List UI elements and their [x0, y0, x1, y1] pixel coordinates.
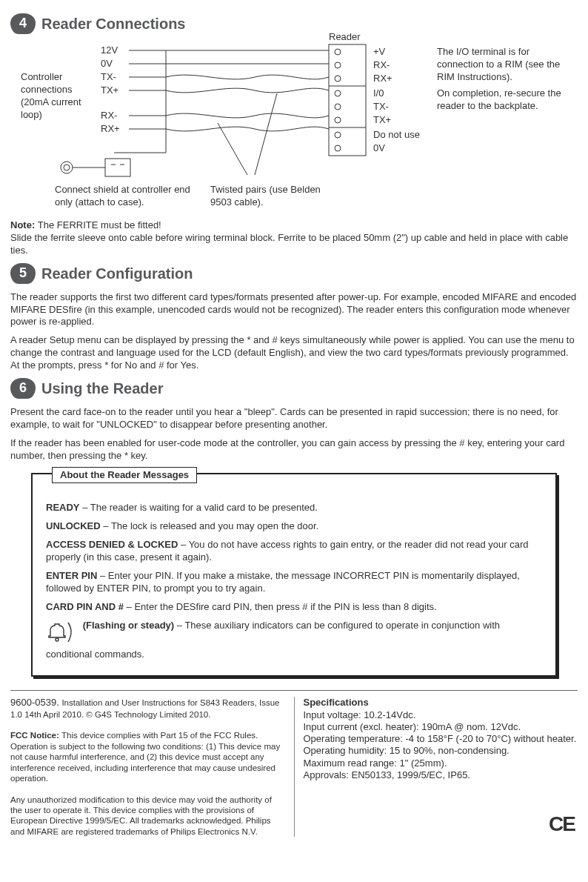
s5-p1: The reader supports the first two differ… — [10, 291, 578, 329]
msg-flash: (Flashing or steady) – These auxiliary i… — [46, 620, 542, 661]
controller-label: Controller connections (20mA current loo… — [21, 71, 102, 122]
svg-point-21 — [335, 104, 341, 110]
io-note: The I/O terminal is for connection to a … — [437, 46, 578, 84]
twist-note: Twisted pairs (use Belden 9503 cable). — [210, 184, 329, 209]
msg-unlocked-t: – The lock is released and you may open … — [101, 520, 319, 531]
svg-line-25 — [218, 123, 247, 175]
msg-card-b: CARD PIN AND # — [46, 601, 124, 612]
svg-rect-11 — [105, 159, 130, 176]
footer-specs: Specifications Input voltage: 10.2-14Vdc… — [294, 697, 578, 837]
spec-2: Operating temperature: -4 to 158°F (-20 … — [304, 733, 577, 744]
rpin-rxp: RX+ — [373, 73, 392, 85]
doc-number: 9600-0539. — [10, 697, 61, 708]
svg-point-20 — [335, 90, 341, 96]
section-4-number: 4 — [10, 13, 36, 34]
svg-point-19 — [335, 76, 341, 82]
svg-point-8 — [61, 162, 73, 173]
section-4-title: Reader Connections — [41, 14, 578, 33]
rpin-v: +V — [373, 46, 385, 59]
footer-left: 9600-0539. Installation and User Instruc… — [10, 697, 285, 837]
msg-pin-t: – Enter your PIN. If you make a mistake,… — [46, 570, 520, 594]
msg-denied-b: ACCESS DENIED & LOCKED — [46, 539, 178, 550]
messages-box: About the Reader Messages READY – The re… — [31, 473, 557, 677]
spec-1: Input current (excl. heater): 190mA @ no… — [304, 721, 521, 732]
rpin-0v: 0V — [373, 142, 385, 155]
footer-divider — [10, 690, 578, 691]
spec-3: Operating humidity: 15 to 90%, non-conde… — [304, 745, 510, 756]
rpin-nouse: Do not use — [373, 129, 420, 142]
msg-card-t: – Enter the DESfire card PIN, then press… — [124, 601, 437, 612]
note-lead: Note: — [10, 219, 38, 231]
connection-diagram: 12V 0V TX- TX+ RX- RX+ Controller connec… — [10, 42, 578, 212]
rpin-io: I/0 — [373, 87, 384, 100]
s6-p1: Present the card face-on to the reader u… — [10, 406, 578, 431]
pin-rxm: RX- — [101, 110, 117, 122]
reader-label: Reader — [329, 31, 361, 44]
msg-ready-b: READY — [46, 502, 80, 513]
s6-p2: If the reader has been enabled for user-… — [10, 437, 578, 462]
note-bold: The FERRITE must be fitted! — [38, 219, 161, 231]
pin-txp: TX+ — [101, 84, 118, 97]
msg-ready: READY – The reader is waiting for a vali… — [46, 502, 542, 514]
ferrite-note: Note: The FERRITE must be fitted! Slide … — [10, 219, 578, 257]
fcc-b: FCC Notice: — [10, 731, 61, 740]
rpin-txm: TX- — [373, 101, 389, 113]
spec-0: Input voltage: 10.2-14Vdc. — [304, 709, 416, 720]
rpin-txp: TX+ — [373, 114, 391, 127]
msg-card: CARD PIN AND # – Enter the DESfire card … — [46, 601, 542, 614]
spec-5: Approvals: EN50133, 1999/5/EC, IP65. — [304, 769, 470, 780]
pin-rxp: RX+ — [101, 123, 120, 136]
section-6-title: Using the Reader — [41, 379, 578, 398]
msg-ready-t: – The reader is waiting for a valid card… — [80, 502, 318, 513]
svg-point-17 — [335, 49, 341, 55]
note-body: Slide the ferrite sleeve onto cable befo… — [10, 232, 568, 256]
svg-point-22 — [335, 117, 341, 123]
mod-text: Any unauthorized modification to this de… — [10, 795, 272, 836]
pin-12v: 12V — [101, 44, 118, 57]
msg-pin-b: ENTER PIN — [46, 570, 97, 581]
section-5-number: 5 — [10, 263, 36, 284]
section-5-header: 5 Reader Configuration — [10, 263, 578, 284]
msg-pin: ENTER PIN – Enter your PIN. If you make … — [46, 570, 542, 595]
section-4-header: 4 Reader Connections — [10, 13, 578, 34]
svg-rect-14 — [329, 44, 366, 156]
msg-denied: ACCESS DENIED & LOCKED – You do not have… — [46, 539, 542, 564]
shield-note: Connect shield at controller end only (a… — [55, 184, 203, 209]
section-6-header: 6 Using the Reader — [10, 378, 578, 399]
svg-line-26 — [255, 93, 277, 175]
bell-icon — [46, 620, 76, 649]
svg-point-23 — [335, 132, 341, 138]
section-5-title: Reader Configuration — [41, 264, 578, 283]
svg-point-24 — [335, 145, 341, 151]
ce-mark-icon: CE — [549, 811, 575, 837]
specs-heading: Specifications — [304, 697, 369, 708]
messages-box-title: About the Reader Messages — [52, 467, 197, 484]
secure-note: On completion, re-secure the reader to t… — [437, 87, 585, 113]
footer: 9600-0539. Installation and User Instruc… — [10, 697, 578, 837]
svg-point-27 — [56, 638, 59, 641]
msg-unlocked: UNLOCKED – The lock is released and you … — [46, 520, 542, 533]
spec-4: Maximum read range: 1" (25mm). — [304, 757, 447, 769]
msg-unlocked-b: UNLOCKED — [46, 520, 101, 531]
section-6-number: 6 — [10, 378, 36, 399]
msg-flash-b: (Flashing or steady) — [83, 620, 175, 631]
svg-point-18 — [335, 62, 341, 68]
svg-point-9 — [64, 165, 70, 170]
pin-txm: TX- — [101, 71, 116, 84]
s5-p2: A reader Setup menu can be displayed by … — [10, 334, 578, 372]
rpin-rxm: RX- — [373, 59, 390, 72]
pin-0v: 0V — [101, 58, 113, 70]
